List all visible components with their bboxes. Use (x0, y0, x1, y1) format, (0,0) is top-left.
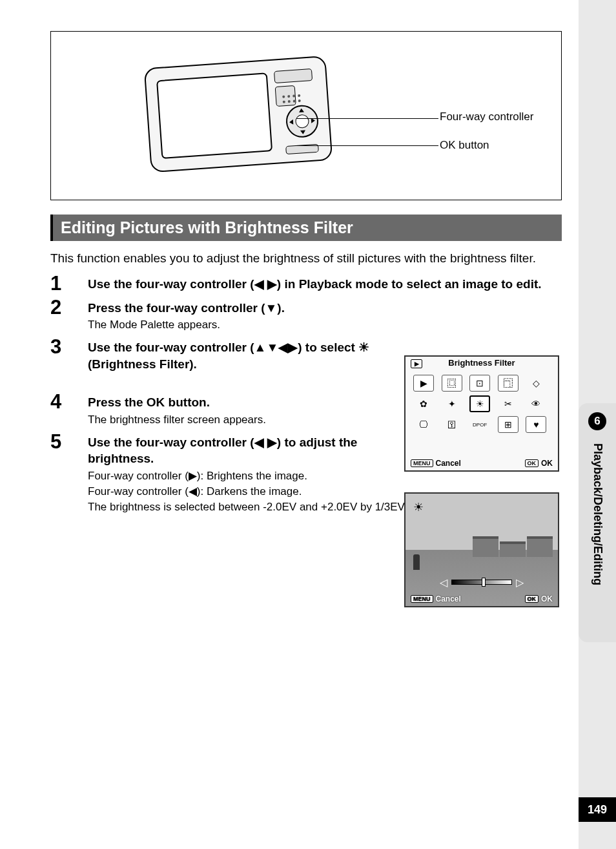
section-heading: Editing Pictures with Brightness Filter (50, 215, 562, 241)
label-line (296, 118, 438, 119)
step-title: Press the OK button. (88, 394, 385, 411)
slider-thumb (482, 578, 486, 587)
brightness-adjust-screen: ☀ ◁ ▷ MENU Cancel OK OK (404, 492, 559, 607)
ok-hint: OK OK (525, 459, 553, 468)
svg-rect-1 (157, 73, 272, 158)
ok-label: OK (541, 459, 553, 468)
cancel-label: Cancel (436, 459, 461, 468)
palette-icon: ♥ (526, 416, 546, 433)
slider-right-arrow: ▷ (516, 576, 524, 589)
step-2: 2 Press the four-way controller (▼). The… (50, 297, 562, 333)
palette-icon: 👁 (526, 395, 546, 412)
icon-grid: ▶ ⿴ ⊡ ⿹ ◇ ✿ ✦ ☀ ✂ 👁 🖵 ⚿ DPOF ⊞ ♥ (406, 372, 558, 435)
menu-button-icon: MENU (411, 459, 433, 467)
diagram-label-fourway: Four-way controller (440, 110, 534, 123)
palette-icon: ✦ (442, 395, 462, 412)
photo-preview (406, 494, 558, 606)
step-title: Use the four-way controller (◀ ▶) in Pla… (88, 276, 562, 293)
ok-hint: OK OK (525, 594, 553, 603)
palette-icon-dpof: DPOF (469, 416, 490, 433)
ok-button-icon: OK (525, 459, 539, 467)
step-desc: The brightness filter screen appears. (88, 412, 385, 428)
mode-palette-screen: ▶ Brightness Filter ▶ ⿴ ⊡ ⿹ ◇ ✿ ✦ ☀ ✂ 👁 … (404, 355, 559, 472)
palette-icon: ✿ (413, 395, 434, 412)
page-number: 149 (579, 797, 616, 822)
palette-icon-brightness-selected: ☀ (469, 395, 490, 412)
svg-rect-2 (274, 69, 313, 83)
cancel-hint: MENU Cancel (411, 594, 461, 603)
ok-button-icon: OK (525, 595, 539, 603)
step-title: Use the four-way controller (◀ ▶) to adj… (88, 434, 391, 467)
step-number: 4 (50, 392, 88, 412)
palette-icon: ⚿ (442, 416, 462, 433)
step-number: 1 (50, 273, 88, 293)
screen-footer: MENU Cancel OK OK (406, 456, 558, 470)
step-title: Use the four-way controller (▲▼◀▶) to se… (88, 339, 385, 372)
cancel-hint: MENU Cancel (411, 459, 461, 468)
step-number: 2 (50, 297, 88, 317)
screen-title: Brightness Filter (448, 358, 515, 368)
ok-label: OK (541, 594, 553, 603)
brightness-slider: ◁ ▷ (440, 578, 524, 587)
camera-diagram-box: Four-way controller OK button (50, 31, 562, 200)
slider-left-arrow: ◁ (440, 576, 447, 589)
palette-icon: ▶ (413, 375, 434, 392)
palette-icon: ◇ (526, 375, 546, 392)
step-number: 3 (50, 337, 88, 357)
playback-icon: ▶ (411, 359, 422, 368)
chapter-title: Playback/Deleting/Editing (591, 443, 604, 585)
diagram-label-ok: OK button (440, 139, 489, 152)
photo-person (413, 554, 420, 570)
palette-icon: 🖵 (413, 416, 434, 433)
step-title: Press the four-way controller (▼). (88, 300, 385, 317)
brightness-icon: ☀ (413, 500, 424, 514)
chapter-side-tab: 6 Playback/Deleting/Editing (579, 403, 616, 642)
step-desc: The Mode Palette appears. (88, 317, 385, 333)
label-line (296, 145, 438, 146)
chapter-number: 6 (588, 412, 606, 430)
cancel-label: Cancel (436, 594, 461, 603)
palette-icon: ✂ (498, 395, 518, 412)
palette-icon: ⿹ (498, 375, 518, 392)
slider-track (451, 580, 512, 585)
camera-illustration (135, 43, 335, 185)
menu-button-icon: MENU (411, 595, 433, 603)
palette-icon: ⊞ (498, 416, 518, 433)
screen-header: ▶ Brightness Filter (406, 357, 558, 372)
step-number: 5 (50, 432, 88, 452)
palette-icon: ⿴ (442, 375, 462, 392)
photo-buildings (406, 531, 558, 557)
step-1: 1 Use the four-way controller (◀ ▶) in P… (50, 273, 562, 293)
screen-footer: MENU Cancel OK OK (406, 592, 558, 606)
palette-icon: ⊡ (469, 375, 490, 392)
intro-text: This function enables you to adjust the … (50, 250, 562, 267)
